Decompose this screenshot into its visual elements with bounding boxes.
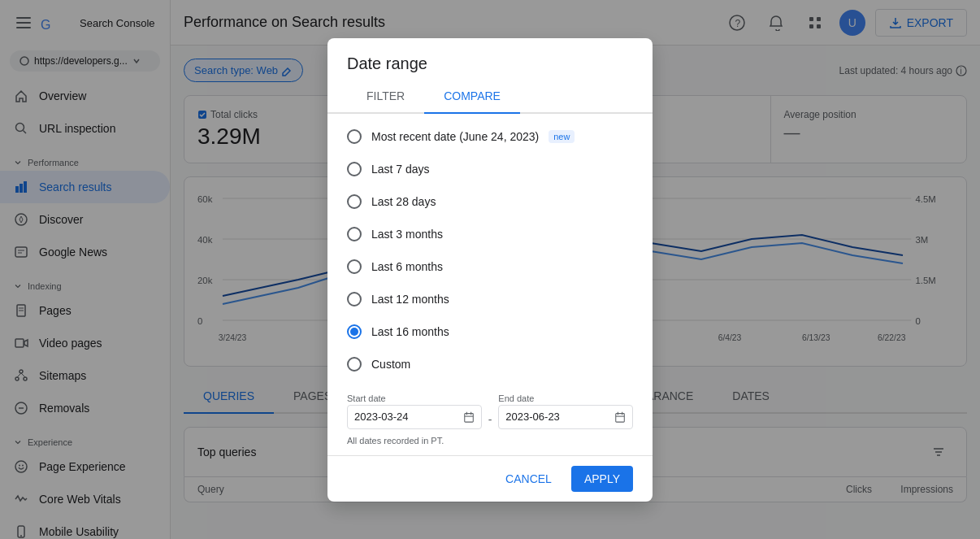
cancel-button[interactable]: CANCEL xyxy=(492,466,565,492)
date-note: All dates recorded in PT. xyxy=(327,433,653,455)
radio-circle xyxy=(347,357,362,372)
end-date-group: End date xyxy=(498,393,633,429)
calendar-icon xyxy=(463,411,475,424)
radio-label: Last 3 months xyxy=(371,228,443,241)
start-date-wrap xyxy=(347,405,482,429)
radio-last-16-months[interactable]: Last 16 months xyxy=(347,315,633,348)
start-date-group: Start date xyxy=(347,393,482,429)
dialog-overlay[interactable]: Date range FILTER COMPARE Most recent da… xyxy=(0,0,980,539)
radio-circle xyxy=(347,259,362,274)
radio-circle xyxy=(347,227,362,241)
radio-last-12-months[interactable]: Last 12 months xyxy=(347,283,633,315)
svg-rect-59 xyxy=(464,413,473,422)
radio-last-7-days[interactable]: Last 7 days xyxy=(347,153,633,185)
calendar-icon xyxy=(614,411,626,424)
apply-button[interactable]: APPLY xyxy=(571,466,633,492)
radio-label: Custom xyxy=(371,358,410,371)
end-date-input[interactable] xyxy=(505,411,611,423)
start-date-label: Start date xyxy=(347,393,482,403)
radio-circle xyxy=(347,129,362,144)
dialog-tabs: FILTER COMPARE xyxy=(327,80,653,114)
end-date-wrap xyxy=(498,405,633,429)
new-badge: new xyxy=(549,130,575,143)
date-range-row: Start date - End date xyxy=(327,387,653,433)
date-separator: - xyxy=(488,397,492,426)
date-range-dialog: Date range FILTER COMPARE Most recent da… xyxy=(327,38,653,502)
radio-label: Last 7 days xyxy=(371,163,430,176)
radio-last-28-days[interactable]: Last 28 days xyxy=(347,185,633,218)
radio-custom[interactable]: Custom xyxy=(347,348,633,380)
radio-label: Last 12 months xyxy=(371,293,449,306)
radio-last-6-months[interactable]: Last 6 months xyxy=(347,250,633,283)
radio-options: Most recent date (June 24, 2023) new Las… xyxy=(327,114,653,387)
dialog-title: Date range xyxy=(327,38,653,80)
radio-label: Last 28 days xyxy=(371,195,436,208)
radio-label: Last 16 months xyxy=(371,325,449,338)
end-date-label: End date xyxy=(498,393,633,403)
dialog-tab-compare[interactable]: COMPARE xyxy=(424,80,520,114)
dialog-tab-filter[interactable]: FILTER xyxy=(347,80,424,114)
radio-circle xyxy=(347,194,362,209)
radio-circle xyxy=(347,162,362,176)
svg-rect-63 xyxy=(616,413,625,422)
radio-circle-selected xyxy=(347,324,362,339)
radio-circle xyxy=(347,292,362,306)
radio-label: Most recent date (June 24, 2023) xyxy=(371,130,539,143)
radio-label: Last 6 months xyxy=(371,260,443,273)
start-date-input[interactable] xyxy=(354,411,460,423)
radio-last-3-months[interactable]: Last 3 months xyxy=(347,218,633,250)
radio-most-recent[interactable]: Most recent date (June 24, 2023) new xyxy=(347,120,633,153)
dialog-actions: CANCEL APPLY xyxy=(327,455,653,502)
